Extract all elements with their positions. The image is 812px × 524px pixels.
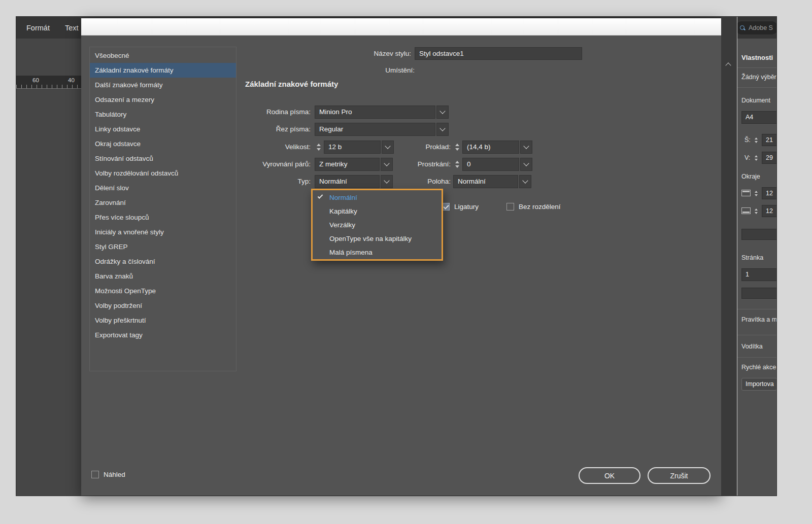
- ruler-mark: 60: [32, 77, 39, 83]
- stepper-up-icon: [755, 208, 758, 211]
- page-size-preset[interactable]: A4: [741, 111, 776, 124]
- menu-item-label: Verzálky: [329, 221, 355, 229]
- font-family-dropdown-button[interactable]: [436, 106, 449, 119]
- menu-item-opentype-all-small-caps[interactable]: OpenType vše na kapitálky: [313, 232, 442, 246]
- panel-title[interactable]: Vlastnosti: [741, 54, 773, 61]
- panel-button[interactable]: [741, 288, 776, 299]
- sidebar-item[interactable]: Barva znaků: [90, 269, 236, 284]
- sidebar-item[interactable]: Všeobecné: [90, 48, 236, 63]
- sidebar-item-selected[interactable]: Základní znakové formáty: [90, 63, 236, 78]
- style-name-input[interactable]: Styl odstavce1: [415, 47, 582, 60]
- font-style-combo[interactable]: Regular: [315, 123, 449, 136]
- leading-combo[interactable]: (14,4 b): [453, 141, 532, 154]
- sidebar-item[interactable]: Odrážky a číslování: [90, 254, 236, 269]
- document-area: 60 40: [16, 39, 81, 496]
- import-button[interactable]: Importova: [741, 378, 776, 391]
- margin-top-stepper[interactable]: [753, 187, 760, 199]
- no-break-option[interactable]: Bez rozdělení: [506, 202, 561, 211]
- font-family-combo[interactable]: Minion Pro: [315, 106, 449, 119]
- width-value[interactable]: 21: [762, 134, 776, 146]
- width-stepper[interactable]: [753, 134, 760, 146]
- style-name-label: Název stylu:: [330, 47, 411, 60]
- menu-item-lowercase[interactable]: Malá písmena: [313, 246, 442, 259]
- margin-bottom-icon: [741, 207, 751, 214]
- position-value[interactable]: Normální: [453, 175, 518, 188]
- tracking-combo[interactable]: 0: [453, 158, 532, 171]
- chevron-down-icon: [523, 160, 529, 166]
- guides-section-label[interactable]: Vodítka: [741, 343, 763, 350]
- menu-text[interactable]: Text: [65, 24, 79, 32]
- leading-dropdown-button[interactable]: [520, 141, 532, 154]
- sidebar-item[interactable]: Exportovat tagy: [90, 328, 236, 342]
- divider: [737, 87, 776, 88]
- category-list: Všeobecné Základní znakové formáty Další…: [89, 47, 236, 371]
- panel-button[interactable]: [741, 229, 776, 240]
- tracking-label: Prostrkání:: [369, 158, 451, 171]
- sidebar-item[interactable]: Přes více sloupců: [90, 210, 236, 225]
- position-label: Poloha:: [369, 175, 451, 188]
- cancel-button[interactable]: Zrušit: [648, 467, 710, 484]
- preview-option[interactable]: Náhled: [91, 470, 125, 479]
- location-label: Umístění:: [333, 66, 415, 75]
- position-combo[interactable]: Normální: [453, 175, 531, 188]
- chevron-down-icon: [522, 178, 528, 183]
- dialog-titlebar[interactable]: [81, 18, 721, 36]
- adobe-search-box[interactable]: Adobe S: [737, 21, 776, 34]
- sidebar-item[interactable]: Iniciály a vnořené styly: [90, 225, 236, 239]
- stepper-up-icon: [755, 137, 758, 139]
- ligatures-option[interactable]: Ligatury: [442, 202, 479, 211]
- ok-button[interactable]: OK: [579, 467, 640, 484]
- tracking-value[interactable]: 0: [462, 158, 519, 171]
- height-stepper[interactable]: [753, 152, 760, 164]
- position-dropdown-button[interactable]: [519, 175, 531, 188]
- font-family-label: Rodina písma:: [209, 106, 311, 119]
- tracking-stepper[interactable]: [453, 158, 461, 171]
- sidebar-item[interactable]: Další znakové formáty: [90, 78, 236, 92]
- margin-bottom-stepper[interactable]: [753, 205, 760, 217]
- leading-label: Proklad:: [369, 141, 451, 154]
- paragraph-style-dialog: Všeobecné Základní znakové formáty Další…: [81, 18, 721, 496]
- menu-item-small-caps[interactable]: Kapitálky: [313, 204, 442, 218]
- sidebar-item[interactable]: Volby podtržení: [90, 298, 236, 313]
- height-value[interactable]: 29: [762, 152, 776, 164]
- menu-format[interactable]: Formát: [26, 24, 50, 32]
- sidebar-item[interactable]: Odsazení a mezery: [90, 92, 236, 107]
- stepper-down-icon: [317, 148, 321, 151]
- margin-bottom-value[interactable]: 12: [762, 205, 776, 217]
- leading-value[interactable]: (14,4 b): [462, 141, 519, 154]
- stepper-up-icon: [317, 144, 321, 146]
- margin-top-value[interactable]: 12: [762, 187, 776, 199]
- page-number-value[interactable]: 1: [741, 268, 776, 281]
- section-title: Základní znakové formáty: [245, 80, 338, 88]
- ligatures-checkbox[interactable]: [442, 203, 450, 211]
- rulers-section-label[interactable]: Pravítka a m: [741, 316, 776, 323]
- sidebar-item[interactable]: Volby přeškrtnutí: [90, 313, 236, 328]
- scroll-up-icon[interactable]: [725, 62, 731, 68]
- chevron-down-icon: [523, 143, 529, 149]
- font-style-value[interactable]: Regular: [315, 123, 435, 136]
- page-section-label: Stránka: [741, 254, 763, 261]
- size-label: Velikost:: [209, 141, 311, 154]
- preview-checkbox[interactable]: [91, 471, 99, 478]
- tracking-dropdown-button[interactable]: [520, 158, 532, 171]
- stepper-up-icon: [755, 155, 758, 157]
- sidebar-item[interactable]: Styl GREP: [90, 239, 236, 254]
- app-window: Formát Text 60 40 Všeobecné Základní zna…: [16, 17, 776, 496]
- font-family-value[interactable]: Minion Pro: [315, 106, 435, 119]
- no-break-checkbox[interactable]: [506, 203, 514, 211]
- properties-panel: Adobe S Vlastnosti Žádný výběr Dokument …: [737, 17, 776, 496]
- menu-item-normal[interactable]: Normální: [313, 191, 442, 204]
- leading-stepper[interactable]: [453, 141, 461, 154]
- ligatures-label: Ligatury: [454, 203, 479, 211]
- stepper-up-icon: [455, 144, 459, 146]
- divider: [737, 357, 776, 358]
- case-dropdown-menu: Normální Kapitálky Verzálky OpenType vše…: [311, 189, 443, 261]
- font-style-dropdown-button[interactable]: [436, 123, 449, 136]
- sidebar-item[interactable]: Zarovnání: [90, 195, 236, 210]
- menu-item-all-caps[interactable]: Verzálky: [313, 218, 442, 232]
- chevron-down-icon: [439, 125, 445, 131]
- ruler-ticks: [16, 85, 81, 88]
- quick-actions-label: Rychlé akce: [741, 364, 776, 371]
- sidebar-item[interactable]: Možnosti OpenType: [90, 284, 236, 298]
- size-stepper[interactable]: [315, 141, 323, 154]
